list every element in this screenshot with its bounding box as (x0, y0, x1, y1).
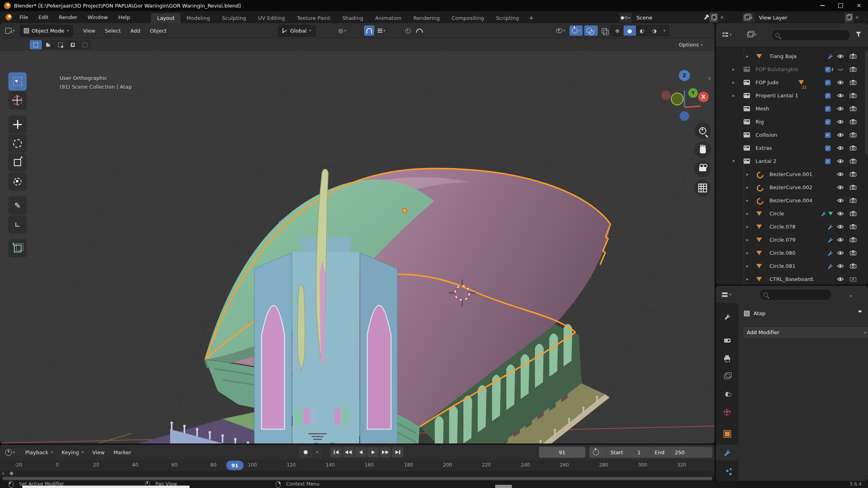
outliner-row[interactable]: ▸ Properti Lantai 1 ✓ (716, 89, 868, 102)
axis-y-ball[interactable]: Y (688, 88, 698, 98)
keying-menu[interactable]: Keying▾ (57, 447, 88, 457)
hide-eye-toggle[interactable] (837, 93, 844, 99)
transform-orientation-dropdown[interactable]: Global ▾ (278, 25, 316, 37)
add-workspace-button[interactable]: + (525, 13, 538, 23)
menu-file[interactable]: File (14, 11, 33, 23)
render-camera-toggle[interactable] (850, 250, 856, 257)
render-camera-disabled-toggle[interactable] (850, 276, 856, 283)
collection-checkbox[interactable]: ✓ (825, 145, 831, 151)
select-mode-extend[interactable] (42, 40, 54, 49)
playhead-badge[interactable]: 91 (226, 461, 244, 470)
render-camera-toggle[interactable] (850, 263, 856, 270)
tab-uv-editing[interactable]: UV Editing (252, 13, 291, 23)
render-camera-toggle[interactable] (850, 158, 856, 165)
channel-expand-icon[interactable]: ▸ (2, 471, 4, 475)
tool-transform[interactable] (8, 172, 27, 191)
tab-physics[interactable] (716, 463, 738, 479)
menu-window[interactable]: Window (82, 11, 113, 23)
menu-add[interactable]: Add (126, 28, 145, 34)
render-camera-toggle[interactable] (850, 79, 856, 86)
render-camera-toggle[interactable] (850, 224, 856, 230)
outliner-row[interactable]: Rig ✓ (716, 116, 868, 128)
maximize-button[interactable] (831, 0, 850, 11)
gor-waringin-model[interactable] (0, 51, 715, 443)
new-scene-button[interactable] (709, 13, 718, 23)
render-camera-toggle[interactable] (850, 119, 856, 126)
tab-view-layer[interactable] (716, 368, 738, 384)
collection-checkbox[interactable]: ✓ (825, 119, 831, 125)
expand-icon[interactable]: ▸ (746, 224, 749, 229)
menu-render[interactable]: Render (54, 11, 82, 23)
show-gizmo-toggle[interactable]: ▾ (570, 25, 583, 36)
timeline-ruler[interactable]: -20 0 20 40 60 80 100 120 140 160 180 20… (0, 460, 715, 471)
tab-modifiers[interactable] (716, 445, 738, 461)
tab-world[interactable] (716, 404, 738, 420)
xray-toggle[interactable] (599, 25, 609, 36)
tab-modeling[interactable]: Modeling (180, 13, 216, 23)
render-camera-toggle[interactable] (850, 53, 856, 60)
view-menu[interactable]: View (88, 447, 109, 457)
shading-wireframe-button[interactable]: ⊕ (611, 25, 624, 36)
editor-type-button[interactable]: ▾ (2, 25, 17, 36)
expand-icon[interactable]: ▸ (746, 250, 749, 256)
end-value-field[interactable]: 250 (675, 449, 685, 455)
remove-view-layer-icon[interactable]: ✕ (853, 15, 861, 20)
hide-eye-toggle[interactable] (837, 119, 844, 126)
hide-eye-toggle[interactable] (837, 159, 844, 165)
viewport-3d-view[interactable]: User Orthographic (91) Scene Collection … (0, 51, 715, 443)
tab-shading[interactable]: Shading (336, 13, 369, 23)
ortho-grid-button[interactable] (694, 180, 711, 196)
shading-material-button[interactable]: ◐ (636, 25, 648, 36)
hide-eye-toggle[interactable] (837, 185, 844, 191)
auto-key-button[interactable] (299, 447, 312, 457)
outliner-editor-type-button[interactable]: ▾ (720, 29, 734, 41)
play-reverse-button[interactable] (355, 447, 366, 457)
tab-scripting[interactable]: Scripting (490, 13, 525, 23)
expand-icon[interactable]: ▸ (746, 198, 749, 203)
render-camera-toggle[interactable] (850, 93, 856, 99)
camera-view-button[interactable] (694, 161, 711, 177)
hide-eye-toggle[interactable] (837, 250, 844, 257)
auto-key-dropdown[interactable]: ▾ (313, 447, 322, 457)
hide-eye-toggle[interactable] (837, 145, 844, 152)
collection-checkbox[interactable]: ✓ (825, 93, 831, 99)
tool-move[interactable] (8, 115, 27, 134)
outliner-row[interactable]: ▸ Circle.079 (716, 234, 868, 246)
jump-to-end-button[interactable] (392, 447, 403, 457)
outliner-row[interactable]: ▸ FOP Bulutangkis ✓ (716, 63, 868, 76)
hide-eye-toggle[interactable] (837, 211, 844, 217)
options-button[interactable]: Options▾ (675, 40, 707, 49)
outliner-row[interactable]: ▸ Circle.078 (716, 221, 868, 233)
menu-select[interactable]: Select (100, 28, 126, 34)
menu-object[interactable]: Object (145, 28, 171, 34)
outliner-row[interactable]: Extras ✓ (716, 142, 868, 154)
tool-measure[interactable]: ∟ (8, 215, 27, 234)
axis-neg-y-ball[interactable] (671, 93, 684, 105)
zoom-button[interactable] (694, 122, 711, 139)
outliner-row[interactable]: ▾ Lantai 2 ✓ (716, 155, 868, 167)
tool-scale[interactable] (8, 153, 27, 172)
menu-edit[interactable]: Edit (33, 11, 54, 23)
timeline-scrollbar[interactable] (0, 476, 715, 481)
render-camera-toggle[interactable] (850, 106, 856, 112)
hide-eye-toggle[interactable] (837, 224, 844, 230)
menu-view[interactable]: View (78, 28, 100, 34)
start-value-field[interactable]: 1 (637, 449, 641, 455)
expand-icon[interactable]: ▸ (746, 277, 749, 282)
prev-keyframe-button[interactable] (343, 447, 354, 457)
snap-settings-dropdown[interactable]: ▾ (375, 25, 388, 36)
view-layer-icon[interactable]: ▾ (742, 13, 755, 23)
render-camera-toggle[interactable] (850, 237, 856, 244)
minimize-button[interactable] (813, 0, 831, 11)
render-camera-toggle[interactable] (850, 171, 856, 178)
outliner-scrollbar[interactable] (865, 51, 867, 154)
expand-icon[interactable]: ▸ (746, 185, 749, 190)
timeline-scrollbar-handle[interactable] (2, 477, 712, 480)
axis-x-ball[interactable]: X (698, 92, 709, 102)
hide-eye-toggle[interactable] (837, 198, 844, 204)
mode-dropdown[interactable]: Object Mode ▾ (20, 25, 73, 37)
collection-checkbox[interactable]: ✓ (825, 159, 831, 164)
show-overlays-toggle[interactable]: ▾ (584, 25, 598, 36)
expand-icon[interactable]: ▸ (746, 172, 749, 177)
menu-help[interactable]: Help (113, 11, 136, 23)
